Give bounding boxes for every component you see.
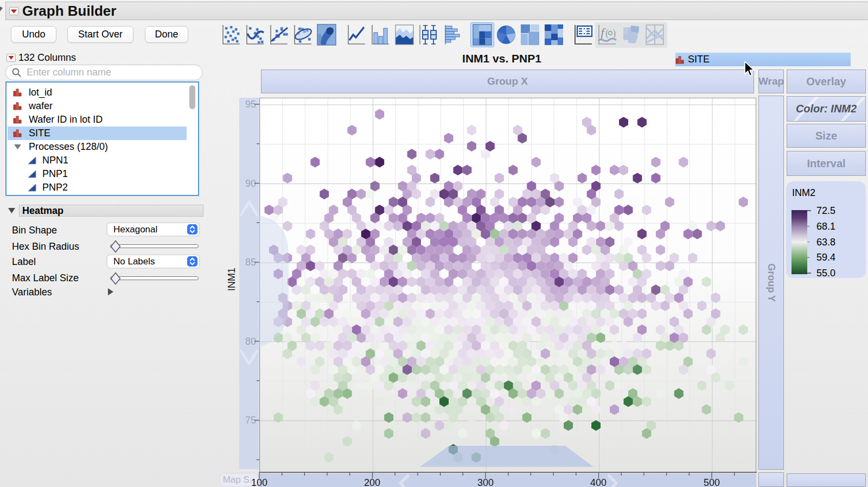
svg-text:): ) — [612, 27, 616, 39]
svg-text:55.0: 55.0 — [816, 268, 835, 278]
svg-text:59.4: 59.4 — [816, 252, 835, 263]
svg-text:72.5: 72.5 — [816, 205, 835, 216]
svg-text:68.1: 68.1 — [816, 221, 835, 232]
svg-text:63.8: 63.8 — [816, 237, 835, 248]
